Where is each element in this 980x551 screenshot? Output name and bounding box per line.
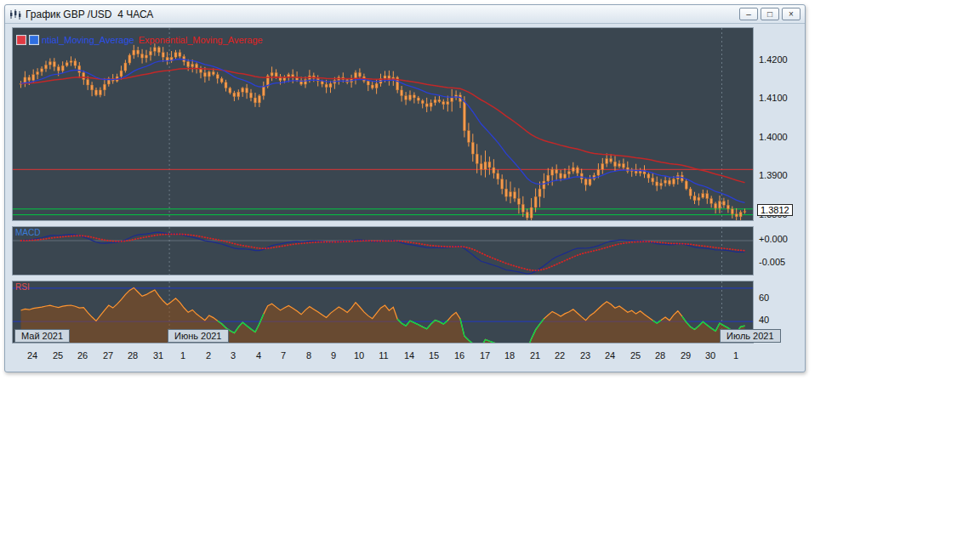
month-box: Май 2021 [14,329,70,343]
day-label: 22 [555,350,565,361]
candlesticks [20,43,746,220]
day-label: 2 [206,350,211,361]
day-label: 1 [733,350,738,361]
day-label: 10 [354,350,364,361]
day-label: 11 [379,350,388,361]
chart-area: ntial_Moving_Average Exponential_Moving_… [12,27,754,345]
day-label: 27 [103,350,113,361]
price-pane[interactable]: ntial_Moving_Average Exponential_Moving_… [12,27,754,221]
ema-slow-label: Exponential_Moving_Average [139,35,263,45]
day-label: 3 [231,350,236,361]
rsi-label: RSI [15,282,30,292]
macd-label: MACD [15,228,40,237]
macd-signal-line [21,234,745,270]
rsi-fill [21,287,745,343]
price-tick: 1.3900 [759,170,788,180]
day-label: 9 [331,350,336,361]
day-label: 17 [480,350,490,361]
price-axis: 1.42001.41001.40001.39001.3800+0.000-0.0… [757,5,803,372]
window-title: График GBP /USD 4 ЧАСА [26,9,153,20]
ema-fast-label: ntial_Moving_Average [42,35,134,45]
day-label: 21 [530,350,540,361]
indicator-legend: ntial_Moving_Average Exponential_Moving_… [16,35,263,45]
day-label: 8 [306,350,311,361]
day-label: 14 [404,350,414,361]
ema-fast-line [21,60,745,203]
price-tick: 1.4100 [759,93,788,103]
day-label: 18 [504,350,515,361]
macd-line [21,232,745,274]
day-label: 25 [630,350,641,361]
price-tick: 1.4200 [759,54,788,65]
chart-window: График GBP /USD 4 ЧАСА – □ × ntial_Movin… [4,4,806,372]
macd-svg [13,227,753,275]
macd-tick: -0.005 [759,257,785,267]
day-label: 23 [580,350,590,361]
day-label: 7 [281,350,286,361]
day-label: 24 [605,350,615,361]
day-label: 29 [681,350,691,361]
window-titlebar[interactable]: График GBP /USD 4 ЧАСА – □ × [5,5,805,24]
day-label: 15 [429,350,439,361]
rsi-svg [13,281,753,343]
price-chart-svg [13,28,753,220]
day-label: 1 [180,350,185,361]
rsi-tick: 60 [759,293,769,303]
month-box: Июль 2021 [720,329,781,343]
current-price-marker: 1.3812 [757,204,793,216]
day-label: 25 [53,350,63,361]
time-axis: 2425262728311234789101114151617182122232… [12,349,754,366]
macd-tick: +0.000 [759,234,788,244]
price-tick: 1.4000 [759,132,788,142]
month-box: Июнь 2021 [168,329,229,343]
day-label: 26 [77,350,88,361]
day-label: 30 [705,350,715,361]
rsi-pane[interactable]: RSI [12,281,754,344]
day-label: 31 [153,350,163,361]
minimize-button[interactable]: – [739,8,758,20]
macd-pane[interactable]: MACD [12,226,754,276]
day-label: 16 [454,350,464,361]
red-indicator-chip[interactable] [16,35,26,45]
day-label: 28 [128,350,138,361]
chart-icon [9,9,21,20]
blue-indicator-chip[interactable] [29,35,39,45]
desktop-background: График GBP /USD 4 ЧАСА – □ × ntial_Movin… [0,0,980,551]
rsi-tick: 40 [759,315,769,325]
day-label: 24 [27,350,37,361]
day-label: 4 [256,350,261,361]
day-label: 28 [655,350,665,361]
